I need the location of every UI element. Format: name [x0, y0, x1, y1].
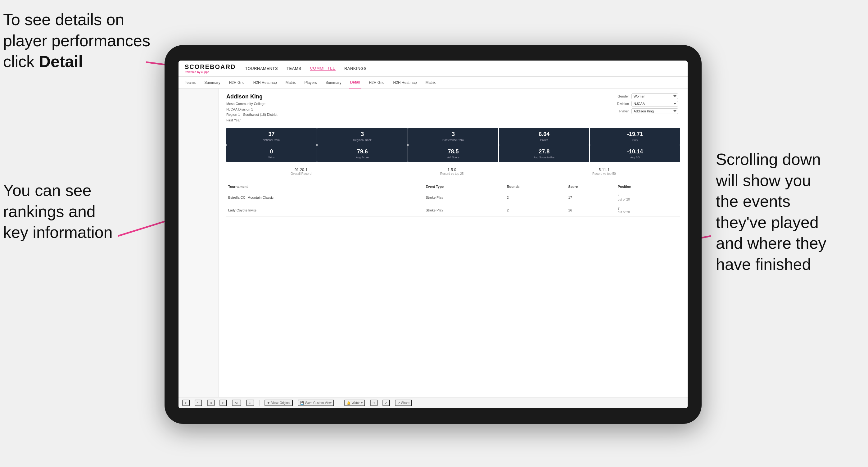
- tab-h2h-grid[interactable]: H2H Grid: [228, 77, 246, 89]
- eye-icon: 👁: [267, 401, 270, 405]
- col-tournament: Tournament: [226, 182, 410, 191]
- share-label: Share: [401, 401, 409, 405]
- stat-regional-rank: 3 Regional Rank: [317, 128, 408, 145]
- division-label: Division: [612, 102, 629, 105]
- toolbar-redo[interactable]: ↪: [195, 400, 202, 406]
- record-top25: 1-5-0 Record vs top 25: [440, 168, 464, 176]
- toolbar-watch[interactable]: 🔔 Watch ▾: [344, 400, 365, 406]
- tab-summary[interactable]: Summary: [203, 77, 221, 89]
- record-top25-label: Record vs top 25: [440, 172, 464, 176]
- tournament-name-1: Estrella CC- Mountain Classic: [226, 191, 410, 204]
- stat-avg-score-value: 79.6: [320, 148, 405, 155]
- tab-summary2[interactable]: Summary: [324, 77, 342, 89]
- watch-label: Watch ▾: [352, 401, 363, 405]
- tournament-rounds-1: 2: [505, 191, 566, 204]
- toolbar-timer[interactable]: ⏱: [246, 400, 254, 406]
- main-content: Addison King Mesa Community College NJCA…: [179, 89, 688, 397]
- toolbar-undo[interactable]: ↩: [182, 400, 190, 406]
- toolbar-screen[interactable]: ⊡: [370, 400, 377, 406]
- stat-points-value: 6.04: [501, 131, 587, 138]
- record-top25-value: 1-5-0: [440, 168, 464, 172]
- toolbar-save-custom[interactable]: 💾 Save Custom View: [298, 400, 334, 406]
- share-icon: ↗: [397, 401, 400, 405]
- tournament-score-2: 16: [566, 204, 616, 216]
- stat-national-rank: 37 National Rank: [226, 128, 317, 145]
- toolbar-remove[interactable]: ✕+: [232, 400, 241, 406]
- annotation-right: Scrolling down will show you the events …: [716, 149, 865, 275]
- stat-wins-value: 0: [229, 148, 314, 155]
- nav-teams[interactable]: TEAMS: [286, 66, 301, 71]
- tournament-position-1: 4 out of 20: [616, 191, 680, 204]
- toolbar-divider-2: [339, 400, 339, 406]
- player-name: Addison King: [226, 93, 277, 100]
- tab-h2h-heatmap2[interactable]: H2H Heatmap: [392, 77, 418, 89]
- player-division: NJCAA Division 1: [226, 107, 277, 113]
- record-top50-label: Record vs top 50: [592, 172, 616, 176]
- toolbar-share[interactable]: ↗ Share: [395, 400, 412, 406]
- logo-scoreboard: SCOREBOARD: [185, 63, 236, 70]
- stats-row2: 0 Wins 79.6 Avg Score 78.5 Adj Score 27.…: [226, 145, 680, 162]
- logo-area: SCOREBOARD Powered by clippd: [185, 63, 236, 73]
- toolbar-add[interactable]: ⊕: [207, 400, 215, 406]
- stat-avg-sg-label: Avg SG: [592, 156, 678, 159]
- stat-wins-label: Wins: [229, 156, 314, 159]
- stat-adj-score: 78.5 Adj Score: [408, 145, 499, 162]
- tab-h2h-heatmap[interactable]: H2H Heatmap: [252, 77, 278, 89]
- player-header: Addison King Mesa Community College NJCA…: [226, 93, 680, 123]
- bottom-toolbar: ↩ ↪ ⊕ ⊙ ✕+ ⏱ 👁 View: Original 💾 Save Cus…: [179, 397, 688, 408]
- division-control: Division NJCAA I: [612, 101, 680, 106]
- tab-matrix2[interactable]: Matrix: [424, 77, 437, 89]
- col-spacer: [410, 182, 424, 191]
- stat-conference-rank-label: Conference Rank: [411, 138, 496, 142]
- stat-sos: -19.71 SoS: [590, 128, 680, 145]
- records-row: 91-20-1 Overall Record 1-5-0 Record vs t…: [226, 166, 680, 177]
- watch-icon: 🔔: [347, 401, 350, 405]
- record-overall-label: Overall Record: [290, 172, 311, 176]
- nav-rankings[interactable]: RANKINGS: [344, 66, 367, 71]
- record-overall: 91-20-1 Overall Record: [290, 168, 311, 176]
- toolbar-view-original[interactable]: 👁 View: Original: [265, 400, 293, 406]
- tournament-name-2: Lady Coyote Invite: [226, 204, 410, 216]
- tournament-score-1: 17: [566, 191, 616, 204]
- stat-national-rank-value: 37: [229, 131, 314, 138]
- tournament-event-1: Stroke Play: [424, 191, 505, 204]
- gender-select[interactable]: Women: [631, 93, 678, 99]
- stat-avg-score-par-label: Avg Score to Par: [501, 156, 587, 159]
- toolbar-view[interactable]: ⊙: [219, 400, 227, 406]
- tournament-rounds-2: 2: [505, 204, 566, 216]
- player-control: Player Addison King: [612, 108, 680, 114]
- nav-tournaments[interactable]: TOURNAMENTS: [245, 66, 278, 71]
- annotation-bottom-left: You can see rankings and key information: [3, 180, 133, 243]
- stat-conference-rank: 3 Conference Rank: [408, 128, 499, 145]
- stat-avg-score: 79.6 Avg Score: [317, 145, 408, 162]
- tab-teams[interactable]: Teams: [183, 77, 197, 89]
- tab-players[interactable]: Players: [303, 77, 318, 89]
- stat-adj-score-value: 78.5: [411, 148, 496, 155]
- col-event-type: Event Type: [424, 182, 505, 191]
- stat-national-rank-label: National Rank: [229, 138, 314, 142]
- tab-h2h-grid2[interactable]: H2H Grid: [368, 77, 385, 89]
- player-year: First Year: [226, 118, 277, 123]
- stat-avg-score-par: 27.8 Avg Score to Par: [499, 145, 589, 162]
- stat-sos-label: SoS: [592, 138, 678, 142]
- stat-avg-score-label: Avg Score: [320, 156, 405, 159]
- player-select[interactable]: Addison King: [631, 108, 678, 114]
- right-panel: Addison King Mesa Community College NJCA…: [219, 89, 688, 397]
- stat-points-label: Points: [501, 138, 587, 142]
- player-college: Mesa Community College: [226, 101, 277, 107]
- toolbar-expand[interactable]: ⤢: [382, 400, 390, 406]
- nav-committee[interactable]: COMMITTEE: [310, 66, 336, 71]
- stats-row1: 37 National Rank 3 Regional Rank 3 Confe…: [226, 128, 680, 145]
- tab-matrix[interactable]: Matrix: [284, 77, 297, 89]
- tournament-table: Tournament Event Type Rounds Score Posit…: [226, 182, 680, 217]
- stat-points: 6.04 Points: [499, 128, 589, 145]
- division-select[interactable]: NJCAA I: [631, 101, 678, 106]
- stat-wins: 0 Wins: [226, 145, 317, 162]
- stat-avg-score-par-value: 27.8: [501, 148, 587, 155]
- gender-control: Gender Women: [612, 93, 680, 99]
- stat-adj-score-label: Adj Score: [411, 156, 496, 159]
- tournament-spacer-1: [410, 191, 424, 204]
- logo-powered: Powered by clippd: [185, 70, 236, 73]
- tab-detail[interactable]: Detail: [349, 77, 362, 89]
- tablet-frame: SCOREBOARD Powered by clippd TOURNAMENTS…: [164, 45, 702, 424]
